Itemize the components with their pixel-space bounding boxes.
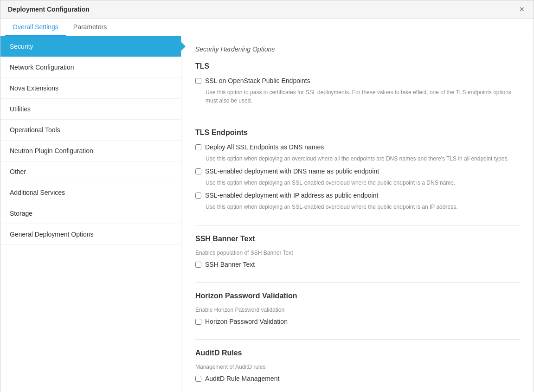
sidebar-item-nova-extensions[interactable]: Nova Extensions <box>0 78 181 99</box>
ssl-openstack-label: SSL on OpenStack Public Endpoints <box>205 77 310 84</box>
sidebar-item-general-deployment-options[interactable]: General Deployment Options <box>0 224 181 245</box>
title-bar: Deployment Configuration × <box>0 0 534 19</box>
checkbox-ssl-dns-public-row: SSL-enabled deployment with DNS name as … <box>195 167 520 175</box>
horizon-password-section-title: Horizon Password Validation <box>195 292 520 300</box>
ssl-ip-public-checkbox[interactable] <box>195 193 201 199</box>
section-ssh-banner: SSH Banner Text Enables population of SS… <box>195 235 520 268</box>
ssh-banner-section-title: SSH Banner Text <box>195 235 520 243</box>
auditd-subtitle: Management of AuditD rules <box>195 364 520 370</box>
checkbox-ssl-openstack-row: SSL on OpenStack Public Endpoints <box>195 77 520 84</box>
ssh-banner-label: SSH Banner Text <box>205 261 255 268</box>
checkbox-horizon-password-row: Horizon Password Validation <box>195 318 520 325</box>
section-auditd: AuditD Rules Management of AuditD rules … <box>195 349 520 382</box>
tls-endpoints-section-title: TLS Endpoints <box>195 129 520 137</box>
sidebar: Security Network Configuration Nova Exte… <box>0 36 181 392</box>
checkbox-ssl-ip-public-row: SSL-enabled deployment with IP address a… <box>195 192 520 199</box>
auditd-label: AuditD Rule Management <box>205 375 279 382</box>
ssl-dns-public-checkbox[interactable] <box>195 168 201 174</box>
main-content: Security Network Configuration Nova Exte… <box>0 36 534 392</box>
tabs-bar: Overall Settings Parameters <box>0 19 534 36</box>
section-tls-endpoints: TLS Endpoints Deploy All SSL Endpoints a… <box>195 129 520 211</box>
divider-1 <box>195 119 520 119</box>
sidebar-item-operational-tools[interactable]: Operational Tools <box>0 120 181 141</box>
divider-2 <box>195 225 520 225</box>
auditd-checkbox[interactable] <box>195 376 201 382</box>
ssh-banner-subtitle: Enables population of SSH Banner Text <box>195 250 520 256</box>
auditd-section-title: AuditD Rules <box>195 349 520 357</box>
deployment-configuration-window: Deployment Configuration × Overall Setti… <box>0 0 534 392</box>
horizon-password-checkbox[interactable] <box>195 319 201 325</box>
checkbox-ssh-banner-row: SSH Banner Text <box>195 261 520 268</box>
content-panel: Security Hardening Options TLS SSL on Op… <box>181 36 534 392</box>
section-tls: TLS SSL on OpenStack Public Endpoints Us… <box>195 62 520 105</box>
ssl-openstack-description: Use this option to pass in certificates … <box>206 88 520 105</box>
window-title: Deployment Configuration <box>8 6 90 13</box>
sidebar-item-utilities[interactable]: Utilities <box>0 99 181 120</box>
sidebar-item-additional-services[interactable]: Additional Services <box>0 182 181 203</box>
ssl-dns-public-label: SSL-enabled deployment with DNS name as … <box>205 167 379 175</box>
ssl-ip-public-label: SSL-enabled deployment with IP address a… <box>205 192 378 199</box>
checkbox-deploy-ssl-dns-row: Deploy All SSL Endpoints as DNS names <box>195 143 520 151</box>
checkbox-auditd-row: AuditD Rule Management <box>195 375 520 382</box>
section-horizon-password: Horizon Password Validation Enable Horiz… <box>195 292 520 325</box>
tab-overall-settings[interactable]: Overall Settings <box>5 19 66 36</box>
sidebar-item-other[interactable]: Other <box>0 161 181 182</box>
content-panel-title: Security Hardening Options <box>195 45 520 53</box>
ssl-dns-public-description: Use this option when deploying an SSL-en… <box>206 179 520 187</box>
tab-parameters[interactable]: Parameters <box>66 19 114 36</box>
sidebar-item-storage[interactable]: Storage <box>0 203 181 224</box>
deploy-ssl-dns-description: Use this option when deploying an overcl… <box>206 154 520 163</box>
sidebar-item-security[interactable]: Security <box>0 36 181 57</box>
tls-section-title: TLS <box>195 62 520 71</box>
divider-3 <box>195 282 520 283</box>
sidebar-item-network-configuration[interactable]: Network Configuration <box>0 57 181 78</box>
deploy-ssl-dns-label: Deploy All SSL Endpoints as DNS names <box>205 143 324 151</box>
close-button[interactable]: × <box>517 5 526 13</box>
divider-4 <box>195 339 520 340</box>
horizon-password-label: Horizon Password Validation <box>205 318 288 325</box>
horizon-password-subtitle: Enable Horizon Password validation <box>195 307 520 313</box>
ssl-openstack-checkbox[interactable] <box>195 78 201 84</box>
deploy-ssl-dns-checkbox[interactable] <box>195 144 201 150</box>
ssh-banner-checkbox[interactable] <box>195 262 201 268</box>
sidebar-item-neutron-plugin-configuration[interactable]: Neutron Plugin Configuration <box>0 141 181 161</box>
ssl-ip-public-description: Use this option when deploying an SSL-en… <box>206 203 520 211</box>
